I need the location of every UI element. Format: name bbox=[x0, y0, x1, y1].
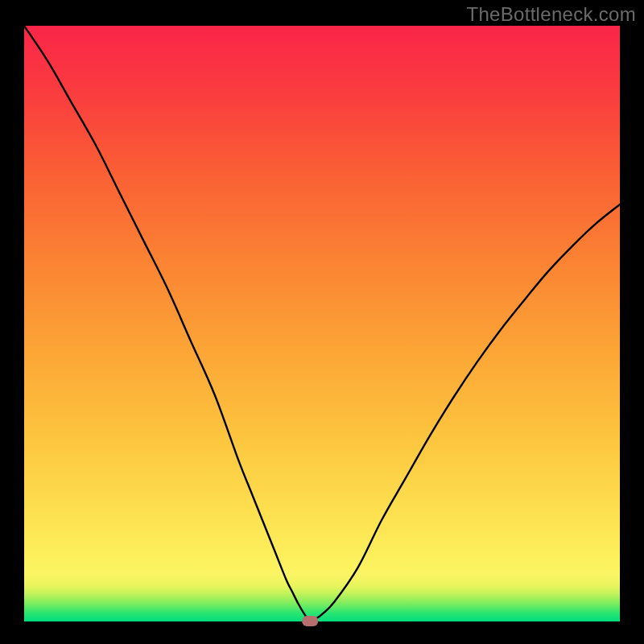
bottleneck-chart bbox=[0, 0, 644, 644]
watermark-text: TheBottleneck.com bbox=[466, 3, 636, 26]
ideal-point-marker bbox=[302, 616, 318, 626]
chart-container: TheBottleneck.com bbox=[0, 0, 644, 644]
plot-background-gradient bbox=[24, 26, 620, 621]
